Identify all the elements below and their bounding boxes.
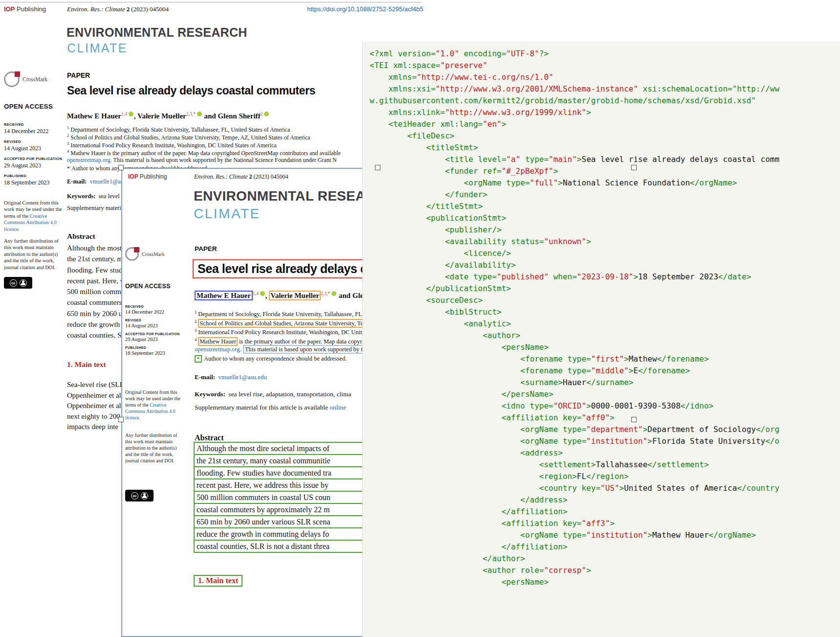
affiliation-sup: 1 <box>67 125 69 130</box>
code-token: <orgName type= <box>370 436 586 446</box>
map-credit-line: openstreetmap.org. This material is base… <box>67 157 337 164</box>
orcid-icon[interactable] <box>332 291 336 296</box>
ov-keywords-line: Keywords: sea level rise, adaptation, tr… <box>195 390 352 398</box>
ov-cc-icon: cc <box>131 492 138 500</box>
affiliation-text: Mathew Hauer is the primary author of th… <box>70 150 341 157</box>
code-token: <title level= <box>370 155 506 164</box>
corresp-star: * <box>67 165 70 172</box>
orcid-icon[interactable] <box>129 112 133 116</box>
doi-link[interactable]: https://doi.org/10.1088/2752-5295/acf4b5 <box>307 5 423 13</box>
code-token: "unknown" <box>544 237 586 246</box>
affiliation-sup: 1 <box>195 310 197 315</box>
code-token: </forename> <box>638 366 690 375</box>
code-line: xmlns:xsi="http://www.w3.org/2001/XMLSch… <box>370 83 779 95</box>
affiliation-text: International Food Policy Research Insti… <box>70 142 276 149</box>
annotated-author-name: Mathew Hauer <box>70 150 106 157</box>
code-token: </funder> <box>370 190 487 199</box>
open-access-label: OPEN ACCESS <box>4 103 53 110</box>
crossmark-icon <box>4 71 20 87</box>
date-meta-value: 29 August 2023 <box>125 337 184 342</box>
journal-issue: (2023) 045004 <box>131 5 169 13</box>
ov-section-heading: 1. Main text <box>194 575 243 587</box>
code-line: <publicationStmt> <box>370 212 779 224</box>
cc-icon: cc <box>10 279 17 287</box>
date-meta-value: 18 September 2023 <box>125 350 184 356</box>
code-line: <titleStmt> <box>370 142 779 154</box>
code-line: <title level="a" type="main">Sea level r… <box>370 154 779 165</box>
code-token: "aff0" <box>581 413 610 422</box>
crossmark-badge[interactable]: CrossMark <box>4 71 47 87</box>
code-token: <author role= <box>370 566 544 575</box>
ov-license-paragraph: Original Content from this work may be u… <box>125 389 181 421</box>
selection-handle-top-center[interactable] <box>375 165 380 170</box>
corresp-annotation-box: * <box>195 355 202 363</box>
ov-journal-issue: (2023) 045004 <box>254 173 288 180</box>
crossmark-label: CrossMark <box>22 76 47 82</box>
code-token: <licence/> <box>370 249 511 258</box>
ov-crossmark-label: CrossMark <box>142 251 165 257</box>
code-line: xmlns:xlink="http://www.w3.org/1999/xlin… <box>370 107 779 118</box>
ov-supplementary-online-link[interactable]: online <box>330 404 346 411</box>
code-line: <orgName type="department">Department of… <box>370 424 779 435</box>
orcid-icon[interactable] <box>264 112 269 116</box>
code-token: > <box>647 530 652 540</box>
ov-email-link[interactable]: vmuelle1@asu.edu <box>218 373 267 381</box>
code-line: <analytic> <box>370 318 779 330</box>
code-line: </funder> <box>370 189 779 201</box>
body-text-line: Oppenheimer et al <box>67 390 124 401</box>
code-line: w.githubusercontent.com/kermitt2/grobid/… <box>370 95 779 107</box>
keywords-label: Keywords: <box>67 193 97 200</box>
orcid-icon[interactable] <box>260 291 265 296</box>
body-text-line: next eighty to 200 <box>67 411 124 422</box>
selection-handle-top-right[interactable] <box>631 165 637 170</box>
code-token: "http://www.w3.org/2001/XMLSchema-instan… <box>436 84 638 93</box>
code-token: "full" <box>530 178 558 187</box>
code-token: </forename> <box>657 354 709 364</box>
ov-email-label: E-mail: <box>195 373 217 381</box>
selection-handle-middle-left[interactable] <box>118 417 124 422</box>
journal-title: Environ. Res.: Climate <box>67 5 125 13</box>
author-name: Mathew E Hauer <box>195 291 253 300</box>
date-meta-item: RECEIVED14 December 2022 <box>125 305 184 315</box>
code-token: > <box>643 425 648 434</box>
ov-journal-volume: 2 <box>249 173 252 180</box>
code-line: <affiliation key="aff3"> <box>370 518 779 529</box>
code-token: <surname> <box>370 378 563 387</box>
ov-abstract-heading: Abstract <box>195 433 224 442</box>
code-token: <forename type= <box>370 354 591 364</box>
code-token: <funder ref= <box>370 166 502 176</box>
code-token: Florida State University <box>652 436 765 446</box>
code-token: > <box>610 413 615 422</box>
tei-xml-output-panel[interactable]: <?xml version="1.0" encoding="UTF-8"?><T… <box>362 42 840 637</box>
ov-supplementary-text: Supplementary material for this article … <box>195 404 330 411</box>
code-token: "main" <box>549 155 577 164</box>
affiliation-line: 3International Food Policy Research Inst… <box>67 141 341 149</box>
code-line: <surname>Hauer</surname> <box>370 377 779 388</box>
code-token: "department" <box>586 425 643 434</box>
license-attribution: Any further distribution of this work mu… <box>4 238 64 271</box>
selection-handle-top-left[interactable] <box>118 165 124 170</box>
orcid-icon[interactable] <box>197 112 202 116</box>
selection-handle-middle-right[interactable] <box>631 417 637 422</box>
code-line: <author> <box>370 330 779 341</box>
affiliation-sup: 2 <box>195 319 197 324</box>
affiliation-sup: 3 <box>67 141 69 146</box>
ov-openstreetmap-link[interactable]: openstreetmap.org. <box>195 346 242 353</box>
ov-crossmark-badge[interactable]: CrossMark <box>125 247 165 261</box>
openstreetmap-link[interactable]: openstreetmap.org. <box>67 157 112 163</box>
code-line: <affiliation key="aff0"> <box>370 412 779 424</box>
code-line: <publisher/> <box>370 224 779 236</box>
date-meta-value: 14 December 2022 <box>125 309 184 315</box>
code-line: <region>FL</region> <box>370 471 779 482</box>
code-token: w.githubusercontent.com/kermitt2/grobid/… <box>370 96 756 105</box>
author-name: Glenn Sheriff <box>218 112 260 120</box>
date-meta-item: ACCEPTED FOR PUBLICATION29 August 2023 <box>4 157 66 169</box>
affiliations: 1Department of Sociology, Florida State … <box>67 125 341 157</box>
code-token: <TEI xml:space= <box>370 61 441 70</box>
author-name: Valerie Mueller <box>269 291 321 300</box>
code-token: <orgName type= <box>370 425 586 434</box>
author-line: Mathew E Hauer1,4, Valerie Mueller2,3,* … <box>67 112 269 120</box>
ov-crossmark-icon <box>125 247 139 261</box>
code-token: <publicationStmt> <box>370 213 506 223</box>
code-token: when= <box>549 272 577 281</box>
